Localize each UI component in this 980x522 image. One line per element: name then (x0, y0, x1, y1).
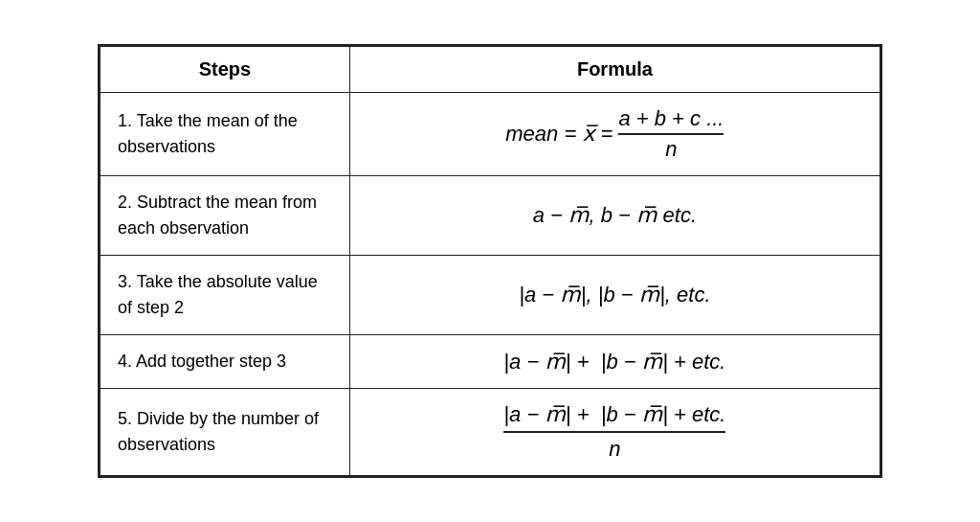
step-5-text: 5. Divide by the number of observations (100, 389, 350, 476)
table-row: 4. Add together step 3 |a − m̅| + |b − m… (100, 335, 880, 389)
formula-5: |a − m̅| + |b − m̅| + etc. n (349, 389, 880, 476)
table-row: 2. Subtract the mean from each observati… (100, 176, 880, 256)
formula-3: |a − m̅|, |b − m̅|, etc. (349, 256, 880, 335)
formula-4: |a − m̅| + |b − m̅| + etc. (349, 335, 880, 389)
step-1-text: 1. Take the mean of the observations (100, 93, 350, 176)
header-formula: Formula (349, 47, 880, 93)
formula-1: mean = x̅ = a + b + c ... n (349, 93, 880, 176)
table-row: 5. Divide by the number of observations … (100, 389, 880, 476)
header-steps: Steps (100, 47, 350, 93)
step-2-text: 2. Subtract the mean from each observati… (100, 176, 350, 256)
formula-2: a − m̅, b − m̅ etc. (349, 176, 880, 256)
main-table-container: Steps Formula 1. Take the mean of the ob… (98, 44, 882, 478)
step-3-text: 3. Take the absolute value of step 2 (100, 256, 350, 335)
table-row: 3. Take the absolute value of step 2 |a … (100, 256, 880, 335)
step-4-text: 4. Add together step 3 (100, 335, 350, 389)
table-row: 1. Take the mean of the observations mea… (100, 93, 880, 176)
